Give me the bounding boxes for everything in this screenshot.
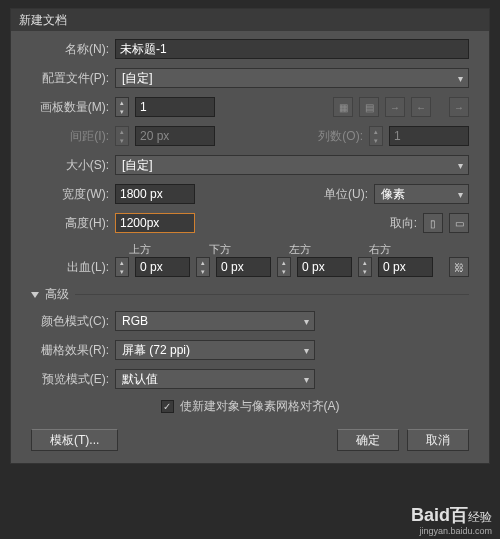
bleed-left-input[interactable] [297,257,352,277]
size-label: 大小(S): [31,157,109,174]
grid-col-icon[interactable]: ▤ [359,97,379,117]
arrow-icon[interactable]: → [449,97,469,117]
cols-input [389,126,469,146]
spacing-input [135,126,215,146]
spacing-stepper: ▴▾ [115,126,129,146]
spacing-label: 间距(I): [31,128,109,145]
align-checkbox[interactable]: ✓ [161,400,174,413]
grid-row-icon[interactable]: ▦ [333,97,353,117]
width-input[interactable] [115,184,195,204]
artboards-input[interactable] [135,97,215,117]
bleed-right-input[interactable] [378,257,433,277]
name-label: 名称(N): [31,41,109,58]
size-dropdown[interactable]: [自定] [115,155,469,175]
height-label: 高度(H): [31,215,109,232]
dialog-title: 新建文档 [19,12,67,29]
watermark: Baid百经验 jingyan.baidu.com [411,505,492,537]
bleed-left-stepper[interactable]: ▴▾ [277,257,291,277]
bleed-label: 出血(L): [31,259,109,276]
advanced-label: 高级 [45,286,69,303]
bleed-right-stepper[interactable]: ▴▾ [358,257,372,277]
raster-dropdown[interactable]: 屏幕 (72 ppi) [115,340,315,360]
colormode-dropdown[interactable]: RGB [115,311,315,331]
raster-label: 栅格效果(R): [31,342,109,359]
arrow-left-icon[interactable]: ← [411,97,431,117]
height-input[interactable] [115,213,195,233]
cols-stepper: ▴▾ [369,126,383,146]
landscape-icon[interactable]: ▭ [449,213,469,233]
cols-label: 列数(O): [318,128,363,145]
name-input[interactable] [115,39,469,59]
ok-button[interactable]: 确定 [337,429,399,451]
profile-dropdown[interactable]: [自定] [115,68,469,88]
bleed-header: 上方 下方 左方 右方 [129,242,469,257]
cancel-button[interactable]: 取消 [407,429,469,451]
bleed-bottom-input[interactable] [216,257,271,277]
artboards-stepper[interactable]: ▴▾ [115,97,129,117]
width-label: 宽度(W): [31,186,109,203]
preview-label: 预览模式(E): [31,371,109,388]
template-button[interactable]: 模板(T)... [31,429,118,451]
bleed-top-input[interactable] [135,257,190,277]
arrow-right-icon[interactable]: → [385,97,405,117]
units-label: 单位(U): [324,186,368,203]
units-dropdown[interactable]: 像素 [374,184,469,204]
new-document-dialog: 新建文档 名称(N): 配置文件(P): [自定] 画板数量(M): ▴▾ ▦ … [10,8,490,464]
advanced-toggle[interactable]: 高级 [31,286,469,303]
bleed-top-stepper[interactable]: ▴▾ [115,257,129,277]
artboards-label: 画板数量(M): [31,99,109,116]
preview-dropdown[interactable]: 默认值 [115,369,315,389]
portrait-icon[interactable]: ▯ [423,213,443,233]
dialog-title-bar: 新建文档 [11,9,489,31]
align-label: 使新建对象与像素网格对齐(A) [180,398,340,415]
profile-label: 配置文件(P): [31,70,109,87]
bleed-bottom-stepper[interactable]: ▴▾ [196,257,210,277]
orient-label: 取向: [390,215,417,232]
colormode-label: 颜色模式(C): [31,313,109,330]
link-icon[interactable]: ⛓ [449,257,469,277]
triangle-down-icon [31,292,39,298]
